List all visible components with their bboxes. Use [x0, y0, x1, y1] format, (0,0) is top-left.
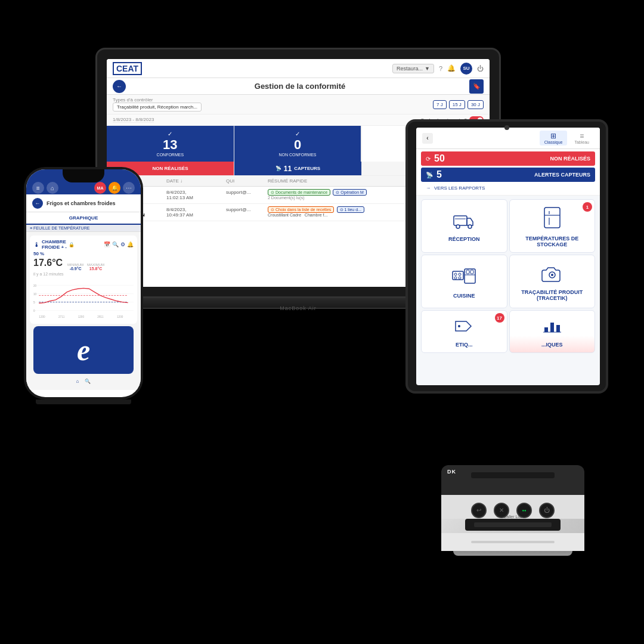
- cuisine-label: CUISINE: [453, 293, 475, 299]
- svg-point-24: [454, 273, 457, 275]
- filter-select[interactable]: Traçabilité produit, Réception march...: [113, 103, 202, 112]
- chart-svg: 20 10 5 0 1200 2711: [33, 278, 134, 320]
- tile-cuisine[interactable]: CUISINE: [421, 255, 507, 308]
- date-button-group: 7 J 15 J 30 J: [433, 100, 484, 109]
- bottom-nav-icon[interactable]: ⌂: [76, 379, 79, 384]
- tablet-body: ‹ ⊞ Classique ≡ Tableau ⟳ 50: [405, 119, 608, 394]
- rapports-link[interactable]: → VERS LES RAPPORTS: [421, 184, 595, 193]
- page-title: Gestion de la conformité: [131, 82, 469, 91]
- phone-notch: [63, 169, 104, 182]
- power-icon[interactable]: ⏻: [477, 65, 484, 72]
- svg-text:2811: 2811: [97, 315, 104, 318]
- truck-icon: [453, 212, 475, 233]
- max-val: 15.8°C: [89, 267, 102, 271]
- svg-point-17: [468, 225, 472, 228]
- min-temp: MINIMUM -0.9°C: [67, 263, 83, 271]
- capteurs-alert: 📡 11 CAPTEURS: [234, 162, 362, 175]
- printer-top: DK: [441, 465, 584, 495]
- thermometer-icon: 🌡: [33, 241, 40, 248]
- bell-icon-phone[interactable]: 🔔: [109, 182, 120, 194]
- printer-btn-1[interactable]: ↩: [471, 503, 487, 518]
- tile-reception[interactable]: RÉCEPTION: [421, 199, 507, 253]
- tile-statiques[interactable]: ...IQUES: [509, 310, 596, 353]
- laptop-title-bar: ← Gestion de la conformité 🔖: [107, 78, 490, 95]
- svg-text:20: 20: [33, 284, 37, 287]
- svg-rect-35: [544, 327, 548, 332]
- chamber-action-icons: 📅 🔍 ⚙ 🔔: [104, 242, 134, 247]
- tablet-alerts: ⟳ 50 NON RÉALISÉS 📡 5 ALERTES CAPTEURS →…: [416, 149, 600, 196]
- menu-icon[interactable]: ≡: [32, 182, 44, 194]
- svg-rect-31: [470, 270, 473, 274]
- tile-tracabilite[interactable]: TRAÇABILITÉ PRODUIT (TRACETIK): [509, 255, 596, 308]
- svg-text:0: 0: [33, 309, 35, 312]
- date-15j-button[interactable]: 15 J: [449, 100, 465, 109]
- check-icon: ✓: [168, 131, 172, 137]
- non-realises-row: ⟳ 50 NON RÉALISÉS: [421, 151, 595, 166]
- camera-icon: [541, 264, 563, 286]
- bottom-search-icon[interactable]: 🔍: [85, 379, 91, 384]
- calendar-icon[interactable]: 📅: [104, 242, 110, 247]
- max-temp: MAXIMUM 15.8°C: [87, 263, 104, 271]
- grid-icon: ⊞: [550, 132, 556, 140]
- alert-label-1: NON RÉALISÉS: [152, 166, 188, 171]
- phone-bottom-bar: [36, 400, 131, 404]
- conformes-num: 13: [163, 138, 177, 151]
- help-icon[interactable]: ?: [439, 65, 442, 72]
- tile-temperatures[interactable]: 1 TEMPÉRATURES DE STOCKAGE: [509, 199, 596, 253]
- phone-screen: ≡ ⌂ MA 🔔 ⋯ ← Frigos et chambres froides …: [26, 169, 141, 397]
- back-button[interactable]: ←: [113, 80, 126, 93]
- home-icon[interactable]: ⌂: [47, 182, 58, 194]
- feuille-tab[interactable]: ≡ FEUILLE DE TEMPÉRATURE: [26, 225, 141, 232]
- phone-nav-icons: ≡ ⌂: [32, 182, 58, 194]
- fridge-icon: [543, 207, 561, 232]
- tablet-back-button[interactable]: ‹: [422, 133, 433, 144]
- bookmark-icon[interactable]: 🔖: [469, 79, 484, 94]
- date-30j-button[interactable]: 30 J: [467, 100, 484, 109]
- tablet-camera: [504, 125, 509, 130]
- tableau-tab[interactable]: ≡ Tableau: [569, 131, 594, 145]
- tile-etiquettes[interactable]: 17 ETIQ...: [421, 310, 507, 353]
- capteurs-label: ALERTES CAPTEURS: [534, 172, 590, 178]
- chamber-card: 🌡 CHAMBREFROIDE + - 🔒 📅 🔍 ⚙ 🔔 50 % 17.6°…: [30, 236, 137, 324]
- printer-btn-2[interactable]: ✕: [494, 503, 509, 518]
- classique-tab[interactable]: ⊞ Classique: [540, 131, 568, 145]
- alert-bell-icon[interactable]: 🔔: [127, 242, 134, 247]
- temperature-chart: 20 10 5 0 1200 2711: [33, 278, 134, 320]
- min-val: -0.9°C: [70, 267, 82, 271]
- phone-content: 🌡 CHAMBREFROIDE + - 🔒 📅 🔍 ⚙ 🔔 50 % 17.6°…: [26, 232, 141, 390]
- non-realises-label: NON RÉALISÉS: [550, 156, 590, 162]
- filter-label: Types d'à contrôler: [113, 97, 202, 103]
- svg-point-33: [551, 274, 553, 276]
- tablet-tile-grid: RÉCEPTION 1 TEMPÉRATURES DE STOCKAGE: [416, 196, 600, 357]
- bell-icon[interactable]: 🔔: [447, 64, 456, 72]
- more-icon[interactable]: ⋯: [123, 182, 135, 194]
- capteur-label: CAPTEURS: [294, 166, 320, 171]
- capteur-num: 11: [284, 165, 292, 173]
- printer-feed-inner: [474, 522, 552, 527]
- phone-body: ≡ ⌂ MA 🔔 ⋯ ← Frigos et chambres froides …: [24, 167, 143, 400]
- printer-power-btn[interactable]: ⏻: [539, 503, 555, 518]
- svg-point-16: [456, 225, 460, 228]
- phone-status-icons: MA 🔔 ⋯: [94, 182, 135, 194]
- tab-graphique[interactable]: GRAPHIQUE: [26, 212, 141, 225]
- tablet-header: ‹ ⊞ Classique ≡ Tableau: [416, 128, 600, 149]
- settings-icon[interactable]: ⚙: [120, 242, 125, 247]
- row2-date: 8/4/2023,10:49:37 AM: [166, 207, 220, 218]
- search-icon[interactable]: 🔍: [112, 242, 119, 247]
- date-7j-button[interactable]: 7 J: [433, 100, 447, 109]
- restaurant-selector[interactable]: Restaura... ▼: [392, 64, 434, 73]
- temperatures-label: TEMPÉRATURES DE STOCKAGE: [513, 236, 592, 247]
- printer-btn-3[interactable]: ●●: [516, 503, 532, 518]
- laptop-header-right: Restaura... ▼ ? 🔔 SU ⏻: [392, 63, 484, 75]
- col-qui: QUI: [226, 178, 262, 184]
- phone-back-button[interactable]: ←: [32, 198, 43, 209]
- row1-date: 8/4/2023,11:02:13 AM: [166, 190, 220, 200]
- paper-slot: [471, 541, 555, 543]
- phone-tabs: GRAPHIQUE: [26, 212, 141, 225]
- chamber-title: CHAMBREFROIDE + -: [42, 239, 67, 250]
- tablet: ‹ ⊞ Classique ≡ Tableau ⟳ 50: [405, 119, 608, 405]
- laptop-header: CEAT Restaura... ▼ ? 🔔 SU ⏻: [107, 59, 490, 78]
- capteurs-row: 📡 5 ALERTES CAPTEURS: [421, 168, 595, 182]
- laptop-brand: MacBook Air: [280, 305, 317, 311]
- conformes-stat: ✓ 13 CONFORMES: [107, 126, 234, 162]
